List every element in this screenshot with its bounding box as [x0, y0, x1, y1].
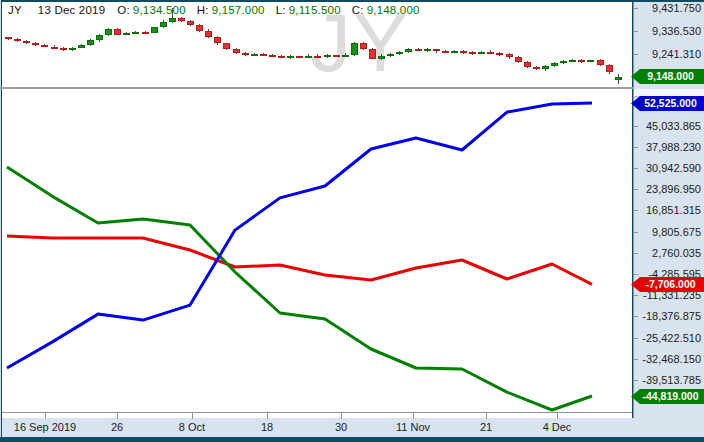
candle-body: [351, 43, 358, 55]
candle-body: [278, 56, 285, 58]
candle-body: [396, 52, 403, 54]
candle-body: [569, 60, 576, 62]
y-axis-tick: [633, 232, 638, 233]
x-tick-mark: [557, 412, 558, 419]
candle-body: [360, 43, 367, 49]
blue-line-value-badge: 52,525.000: [631, 96, 704, 111]
y-axis-tick: [633, 8, 638, 9]
candle-body: [41, 45, 48, 47]
candle-body: [178, 18, 185, 21]
y-axis-label: -32,468.150: [634, 353, 701, 365]
candle-body: [615, 77, 622, 80]
candle-body: [287, 56, 294, 58]
y-axis-label: 23,896.950: [634, 183, 701, 195]
candle-body: [5, 37, 12, 39]
candle-body: [151, 27, 158, 32]
y-axis-label: 9,336.530: [634, 25, 701, 37]
candle-body: [515, 57, 522, 62]
candle-body: [305, 56, 312, 58]
candle-body: [405, 49, 412, 52]
date-label: 13 Dec 2019: [38, 4, 105, 16]
panel-separator[interactable]: [0, 87, 704, 89]
candle-body: [60, 48, 67, 50]
close-value: 9,148.000: [367, 4, 420, 16]
y-axis-tick: [633, 210, 638, 211]
y-axis-label: -18,376.875: [634, 310, 701, 322]
candle-body: [542, 66, 549, 69]
candle-body: [378, 56, 385, 59]
candle-body: [214, 37, 221, 44]
axis-separator-band: [634, 89, 704, 97]
y-axis-tick: [633, 295, 638, 296]
candle-body: [296, 56, 303, 58]
candle-body: [451, 51, 458, 53]
candle-body: [51, 47, 58, 49]
candle-body: [169, 18, 176, 22]
candle-body: [369, 49, 376, 59]
candle-body: [69, 48, 76, 50]
low-label: L:: [276, 4, 286, 16]
y-axis-tick: [633, 338, 638, 339]
candle-body: [442, 51, 449, 53]
x-tick-mark: [341, 412, 342, 419]
low-value: 9,115.500: [289, 4, 341, 16]
y-axis-label: 9,241.310: [634, 48, 701, 60]
candle-body: [160, 22, 167, 28]
candle-body: [533, 67, 540, 69]
x-tick-label: 30: [335, 421, 347, 433]
candle-body: [314, 56, 321, 58]
green-line-value-badge: -44,819.000: [631, 389, 704, 404]
x-tick-mark: [45, 412, 46, 419]
candle-body: [342, 55, 349, 57]
x-tick-mark: [192, 412, 193, 419]
candle-body: [78, 45, 85, 48]
chart-window: JY 9,431.7509,336.5309,241.31045,033.865…: [0, 0, 704, 442]
ohlc-legend: JY13 Dec 2019O:9,134.500H:9,157.000L:9,1…: [8, 4, 431, 16]
candle-body: [597, 60, 604, 65]
red-line-value-badge: -7,706.000: [631, 277, 704, 292]
candle-body: [123, 33, 130, 35]
candle-body: [551, 63, 558, 66]
y-axis-label: 16,851.315: [634, 204, 701, 216]
y-axis-label: 2,760.035: [634, 247, 701, 259]
symbol-label: JY: [8, 4, 22, 16]
y-axis-tick: [633, 253, 638, 254]
x-tick-label: 16 Sep 2019: [14, 421, 76, 433]
candle-body: [223, 43, 230, 49]
y-axis-label: 9,805.675: [634, 226, 701, 238]
candle-body: [506, 54, 513, 57]
candle-body: [14, 39, 21, 41]
candle-body: [23, 41, 30, 43]
high-label: H:: [197, 4, 209, 16]
candle-body: [87, 40, 94, 44]
candle-body: [424, 49, 431, 51]
candle-body: [560, 61, 567, 63]
candle-body: [606, 65, 613, 72]
y-axis-tick: [633, 380, 638, 381]
y-axis-tick: [633, 54, 638, 55]
x-tick-mark: [486, 412, 487, 419]
vertical-gridline: [0, 0, 1, 410]
candle-body: [205, 31, 212, 37]
candle-body: [105, 29, 112, 35]
open-value: 9,134.500: [133, 4, 186, 16]
candle-body: [32, 43, 39, 45]
candle-body: [96, 35, 103, 40]
x-tick-label: 8 Oct: [179, 421, 205, 433]
candle-body: [333, 55, 340, 57]
open-label: O:: [117, 4, 130, 16]
candle-body: [269, 55, 276, 57]
y-axis-tick: [633, 126, 638, 127]
y-axis-tick: [633, 189, 638, 190]
x-tick-label: 18: [261, 421, 273, 433]
y-axis-tick: [633, 31, 638, 32]
candle-body: [387, 54, 394, 56]
y-axis-tick: [633, 359, 638, 360]
y-axis-label: -39,513.785: [634, 374, 701, 386]
x-axis[interactable]: [2, 418, 704, 437]
candle-body: [114, 29, 121, 35]
candle-body: [587, 60, 594, 62]
x-tick-mark: [267, 412, 268, 419]
y-axis-tick: [633, 316, 638, 317]
candle-body: [142, 32, 149, 34]
